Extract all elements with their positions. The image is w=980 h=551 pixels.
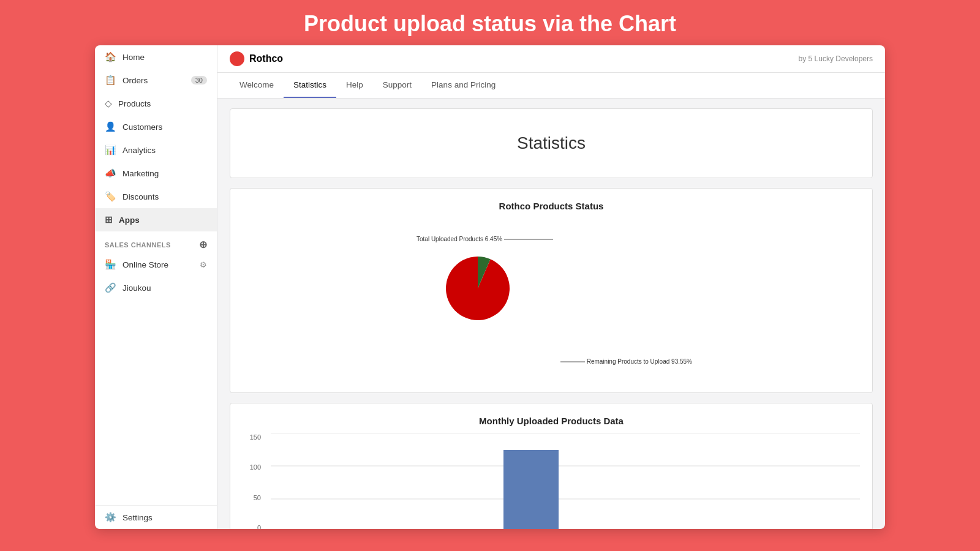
sidebar-item-settings-label: Settings [123, 513, 153, 522]
bar-chart-card: Monthly Uploaded Products Data 150 100 5… [230, 403, 873, 529]
page-title: Product upload status via the Chart [0, 0, 980, 45]
sidebar-item-jioukou[interactable]: 🔗 Jioukou [95, 276, 217, 299]
online-store-icon: 🏪 [105, 259, 116, 270]
customers-icon: 👤 [105, 121, 116, 132]
sidebar-item-customers-label: Customers [123, 122, 162, 132]
sidebar-item-online-store-label: Online Store [123, 260, 168, 269]
tab-welcome[interactable]: Welcome [230, 73, 284, 98]
sidebar-item-home[interactable]: 🏠 Home [95, 45, 217, 69]
y-label-150: 150 [243, 433, 261, 441]
sidebar-item-marketing[interactable]: 📣 Marketing [95, 162, 217, 185]
add-channel-icon[interactable]: ⊕ [199, 239, 208, 250]
sidebar-item-marketing-label: Marketing [123, 169, 159, 178]
tab-support[interactable]: Support [373, 73, 421, 98]
y-label-50: 50 [243, 494, 261, 501]
label-uploaded-line [504, 233, 553, 246]
apps-icon: ⊞ [105, 214, 113, 225]
sidebar-item-settings[interactable]: ⚙️ Settings [95, 506, 217, 529]
pie-chart-title: Rothco Products Status [499, 201, 604, 211]
sidebar-item-customers[interactable]: 👤 Customers [95, 115, 217, 138]
label-remaining-line [560, 356, 585, 368]
sidebar-item-products-label: Products [118, 99, 151, 108]
sidebar-item-analytics[interactable]: 📊 Analytics [95, 138, 217, 162]
settings-icon: ⚙️ [105, 512, 116, 523]
sidebar-item-products[interactable]: ◇ Products [95, 92, 217, 115]
bar-chart-title: Monthly Uploaded Products Data [243, 416, 860, 426]
logo-circle [230, 51, 244, 66]
bar-jul [503, 450, 559, 529]
sidebar-item-analytics-label: Analytics [123, 146, 156, 155]
orders-badge: 30 [191, 76, 207, 84]
analytics-icon: 📊 [105, 144, 116, 156]
bar-chart-svg: 2020, Jul [271, 433, 860, 529]
y-label-0: 0 [243, 524, 261, 529]
y-label-100: 100 [243, 463, 261, 471]
statistics-heading: Statistics [517, 133, 586, 153]
app-by: by 5 Lucky Developers [799, 54, 873, 63]
content-body: Statistics Rothco Products Status [217, 99, 885, 529]
sidebar-item-online-store[interactable]: 🏪 Online Store ⚙ [95, 253, 217, 276]
products-icon: ◇ [105, 98, 112, 109]
sales-channels-label: SALES CHANNELS [105, 241, 171, 249]
sales-channels-section: SALES CHANNELS ⊕ [95, 231, 217, 253]
app-header: Rothco by 5 Lucky Developers [217, 45, 885, 73]
main-content: Rothco by 5 Lucky Developers Welcome Sta… [217, 45, 885, 529]
online-store-gear-icon[interactable]: ⚙ [200, 260, 207, 269]
sidebar-footer: ⚙️ Settings [95, 505, 217, 529]
sidebar-item-apps-label: Apps [119, 216, 140, 225]
jioukou-icon: 🔗 [105, 282, 116, 293]
bar-chart-wrapper: 150 100 50 0 [243, 433, 860, 529]
app-wrapper: 🏠 Home 📋 Orders 30 ◇ Products 👤 Customer… [95, 45, 885, 529]
y-axis: 150 100 50 0 [243, 433, 261, 529]
marketing-icon: 📣 [105, 168, 116, 179]
sidebar: 🏠 Home 📋 Orders 30 ◇ Products 👤 Customer… [95, 45, 217, 529]
statistics-heading-card: Statistics [230, 108, 873, 178]
sidebar-item-apps[interactable]: ⊞ Apps [95, 208, 217, 231]
pie-chart-card: Rothco Products Status [230, 188, 873, 393]
tab-plans[interactable]: Plans and Pricing [421, 73, 505, 98]
sidebar-item-jioukou-label: Jioukou [123, 283, 151, 293]
sidebar-item-home-label: Home [123, 53, 145, 62]
label-remaining: Remaining Products to Upload 93.55% [560, 356, 692, 368]
sidebar-item-discounts[interactable]: 🏷️ Discounts [95, 185, 217, 208]
tab-statistics[interactable]: Statistics [284, 73, 336, 98]
sidebar-item-orders[interactable]: 📋 Orders 30 [95, 69, 217, 92]
tab-help[interactable]: Help [336, 73, 373, 98]
sidebar-item-orders-label: Orders [123, 76, 148, 85]
orders-icon: 📋 [105, 75, 116, 86]
discounts-icon: 🏷️ [105, 191, 116, 202]
app-logo: Rothco [230, 51, 283, 66]
app-name: Rothco [249, 53, 283, 64]
pie-chart-container: Total Uploaded Products 6.45% Remaining … [398, 221, 704, 380]
sidebar-item-discounts-label: Discounts [123, 192, 159, 201]
bar-chart-area: 2020, Jul [271, 433, 860, 529]
nav-tabs: Welcome Statistics Help Support Plans an… [217, 73, 885, 99]
label-uploaded: Total Uploaded Products 6.45% [417, 233, 553, 246]
home-icon: 🏠 [105, 51, 116, 62]
